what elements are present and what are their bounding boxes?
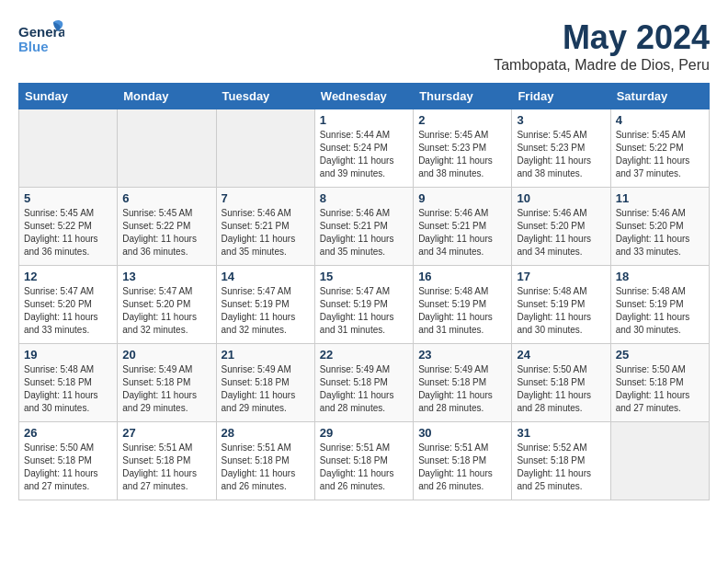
calendar-cell: 5Sunrise: 5:45 AM Sunset: 5:22 PM Daylig…	[19, 188, 118, 266]
calendar-cell: 25Sunrise: 5:50 AM Sunset: 5:18 PM Dayli…	[610, 344, 709, 422]
day-info: Sunrise: 5:51 AM Sunset: 5:18 PM Dayligh…	[418, 442, 506, 493]
day-number: 1	[320, 113, 408, 127]
day-info: Sunrise: 5:48 AM Sunset: 5:18 PM Dayligh…	[24, 363, 112, 415]
day-info: Sunrise: 5:48 AM Sunset: 5:19 PM Dayligh…	[418, 285, 506, 337]
day-number: 21	[222, 348, 310, 362]
calendar-cell: 22Sunrise: 5:49 AM Sunset: 5:18 PM Dayli…	[314, 344, 413, 422]
calendar-cell: 1Sunrise: 5:44 AM Sunset: 5:24 PM Daylig…	[314, 109, 413, 188]
logo: General Blue	[18, 18, 64, 63]
day-info: Sunrise: 5:46 AM Sunset: 5:20 PM Dayligh…	[517, 207, 605, 259]
calendar-cell: 16Sunrise: 5:48 AM Sunset: 5:19 PM Dayli…	[414, 266, 512, 344]
day-number: 30	[418, 426, 506, 440]
day-info: Sunrise: 5:49 AM Sunset: 5:18 PM Dayligh…	[320, 363, 408, 415]
calendar-cell: 11Sunrise: 5:46 AM Sunset: 5:20 PM Dayli…	[610, 188, 709, 266]
calendar-cell: 26Sunrise: 5:50 AM Sunset: 5:18 PM Dayli…	[19, 422, 118, 500]
day-number: 20	[122, 348, 210, 362]
day-number: 14	[222, 270, 310, 283]
calendar-cell: 17Sunrise: 5:48 AM Sunset: 5:19 PM Dayli…	[512, 266, 610, 344]
calendar-header-thursday: Thursday	[414, 84, 512, 109]
calendar-cell: 12Sunrise: 5:47 AM Sunset: 5:20 PM Dayli…	[19, 266, 118, 344]
day-info: Sunrise: 5:47 AM Sunset: 5:20 PM Dayligh…	[24, 285, 112, 337]
main-title: May 2024	[494, 18, 710, 57]
day-info: Sunrise: 5:52 AM Sunset: 5:18 PM Dayligh…	[517, 442, 605, 493]
day-number: 2	[418, 113, 506, 127]
svg-text:Blue: Blue	[18, 39, 49, 54]
day-number: 12	[24, 270, 112, 283]
logo-bird-icon: General Blue	[18, 18, 64, 63]
calendar-week-row: 26Sunrise: 5:50 AM Sunset: 5:18 PM Dayli…	[19, 422, 710, 500]
day-info: Sunrise: 5:46 AM Sunset: 5:20 PM Dayligh…	[616, 207, 704, 259]
day-info: Sunrise: 5:47 AM Sunset: 5:19 PM Dayligh…	[320, 285, 408, 337]
day-number: 13	[122, 270, 210, 283]
day-number: 16	[418, 270, 506, 283]
day-info: Sunrise: 5:46 AM Sunset: 5:21 PM Dayligh…	[320, 207, 408, 259]
day-info: Sunrise: 5:48 AM Sunset: 5:19 PM Dayligh…	[616, 285, 704, 337]
calendar-cell: 27Sunrise: 5:51 AM Sunset: 5:18 PM Dayli…	[118, 422, 216, 500]
day-info: Sunrise: 5:49 AM Sunset: 5:18 PM Dayligh…	[222, 363, 310, 415]
day-info: Sunrise: 5:45 AM Sunset: 5:23 PM Dayligh…	[517, 129, 605, 180]
day-number: 6	[122, 191, 210, 205]
day-info: Sunrise: 5:50 AM Sunset: 5:18 PM Dayligh…	[24, 442, 112, 493]
day-number: 25	[616, 348, 704, 362]
calendar-cell: 24Sunrise: 5:50 AM Sunset: 5:18 PM Dayli…	[512, 344, 610, 422]
calendar-header-monday: Monday	[118, 84, 216, 109]
calendar-week-row: 12Sunrise: 5:47 AM Sunset: 5:20 PM Dayli…	[19, 266, 710, 344]
calendar-cell: 10Sunrise: 5:46 AM Sunset: 5:20 PM Dayli…	[512, 188, 610, 266]
calendar-cell: 13Sunrise: 5:47 AM Sunset: 5:20 PM Dayli…	[118, 266, 216, 344]
day-info: Sunrise: 5:45 AM Sunset: 5:22 PM Dayligh…	[616, 129, 704, 180]
day-info: Sunrise: 5:50 AM Sunset: 5:18 PM Dayligh…	[517, 363, 605, 415]
calendar-cell: 7Sunrise: 5:46 AM Sunset: 5:21 PM Daylig…	[216, 188, 314, 266]
calendar-cell: 31Sunrise: 5:52 AM Sunset: 5:18 PM Dayli…	[512, 422, 610, 500]
calendar-week-row: 19Sunrise: 5:48 AM Sunset: 5:18 PM Dayli…	[19, 344, 710, 422]
day-info: Sunrise: 5:45 AM Sunset: 5:23 PM Dayligh…	[418, 129, 506, 180]
calendar-header-row: SundayMondayTuesdayWednesdayThursdayFrid…	[19, 84, 710, 109]
day-number: 5	[24, 191, 112, 205]
day-info: Sunrise: 5:46 AM Sunset: 5:21 PM Dayligh…	[222, 207, 310, 259]
day-number: 23	[418, 348, 506, 362]
day-info: Sunrise: 5:46 AM Sunset: 5:21 PM Dayligh…	[418, 207, 506, 259]
calendar-cell: 28Sunrise: 5:51 AM Sunset: 5:18 PM Dayli…	[216, 422, 314, 500]
calendar-cell: 3Sunrise: 5:45 AM Sunset: 5:23 PM Daylig…	[512, 109, 610, 188]
calendar-cell: 18Sunrise: 5:48 AM Sunset: 5:19 PM Dayli…	[610, 266, 709, 344]
day-number: 26	[24, 426, 112, 440]
day-number: 18	[616, 270, 704, 283]
calendar-week-row: 1Sunrise: 5:44 AM Sunset: 5:24 PM Daylig…	[19, 109, 710, 188]
calendar-header-friday: Friday	[512, 84, 610, 109]
day-info: Sunrise: 5:51 AM Sunset: 5:18 PM Dayligh…	[122, 442, 210, 493]
calendar-header-saturday: Saturday	[610, 84, 709, 109]
calendar-cell: 4Sunrise: 5:45 AM Sunset: 5:22 PM Daylig…	[610, 109, 709, 188]
calendar-cell: 2Sunrise: 5:45 AM Sunset: 5:23 PM Daylig…	[414, 109, 512, 188]
day-number: 15	[320, 270, 408, 283]
calendar-week-row: 5Sunrise: 5:45 AM Sunset: 5:22 PM Daylig…	[19, 188, 710, 266]
day-number: 3	[517, 113, 605, 127]
day-info: Sunrise: 5:44 AM Sunset: 5:24 PM Dayligh…	[320, 129, 408, 180]
day-info: Sunrise: 5:50 AM Sunset: 5:18 PM Dayligh…	[616, 363, 704, 415]
day-number: 19	[24, 348, 112, 362]
calendar-cell: 20Sunrise: 5:49 AM Sunset: 5:18 PM Dayli…	[118, 344, 216, 422]
day-number: 22	[320, 348, 408, 362]
day-info: Sunrise: 5:45 AM Sunset: 5:22 PM Dayligh…	[122, 207, 210, 259]
day-info: Sunrise: 5:51 AM Sunset: 5:18 PM Dayligh…	[320, 442, 408, 493]
day-info: Sunrise: 5:45 AM Sunset: 5:22 PM Dayligh…	[24, 207, 112, 259]
calendar-header-tuesday: Tuesday	[216, 84, 314, 109]
calendar-cell: 15Sunrise: 5:47 AM Sunset: 5:19 PM Dayli…	[314, 266, 413, 344]
day-number: 7	[222, 191, 310, 205]
calendar-cell: 29Sunrise: 5:51 AM Sunset: 5:18 PM Dayli…	[314, 422, 413, 500]
calendar-table: SundayMondayTuesdayWednesdayThursdayFrid…	[18, 83, 710, 500]
calendar-cell: 19Sunrise: 5:48 AM Sunset: 5:18 PM Dayli…	[19, 344, 118, 422]
day-number: 29	[320, 426, 408, 440]
day-number: 17	[517, 270, 605, 283]
day-number: 24	[517, 348, 605, 362]
calendar-header-sunday: Sunday	[19, 84, 118, 109]
calendar-cell	[118, 109, 216, 188]
day-info: Sunrise: 5:49 AM Sunset: 5:18 PM Dayligh…	[122, 363, 210, 415]
day-info: Sunrise: 5:48 AM Sunset: 5:19 PM Dayligh…	[517, 285, 605, 337]
calendar-cell	[19, 109, 118, 188]
day-info: Sunrise: 5:47 AM Sunset: 5:19 PM Dayligh…	[222, 285, 310, 337]
calendar-header-wednesday: Wednesday	[314, 84, 413, 109]
calendar-cell: 23Sunrise: 5:49 AM Sunset: 5:18 PM Dayli…	[414, 344, 512, 422]
calendar-cell: 9Sunrise: 5:46 AM Sunset: 5:21 PM Daylig…	[414, 188, 512, 266]
day-info: Sunrise: 5:51 AM Sunset: 5:18 PM Dayligh…	[222, 442, 310, 493]
calendar-cell: 6Sunrise: 5:45 AM Sunset: 5:22 PM Daylig…	[118, 188, 216, 266]
day-number: 11	[616, 191, 704, 205]
